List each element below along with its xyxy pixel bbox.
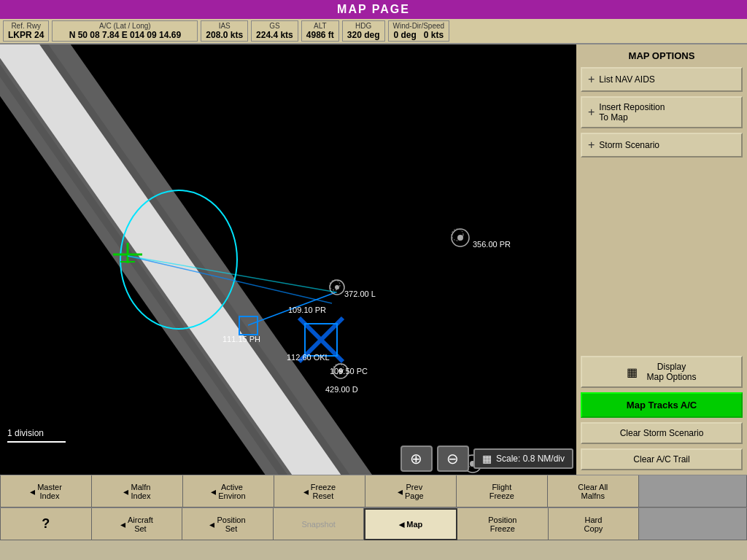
blank-area-1 — [639, 475, 747, 508]
storm-scenario-button[interactable]: + Storm Scenario — [581, 133, 743, 158]
bottom-row-1: ◂ Master Index ◂ Malfn Index ◂ Active En… — [0, 475, 747, 508]
map-canvas: 356.00 PR 372.00 L 109.10 PR 111.15 PH 1… — [0, 44, 576, 475]
malfn-index-btn[interactable]: ◂ Malfn Index — [92, 475, 183, 508]
clear-storm-scenario-button[interactable]: Clear Storm Scenario — [581, 422, 743, 444]
gs-label: GS — [269, 22, 279, 30]
list-nav-aids-button[interactable]: + List NAV AIDS — [581, 67, 743, 92]
alt-cell: ALT 4986 ft — [301, 20, 339, 42]
ref-rwy-cell: Ref. Rwy LKPR 24 — [3, 20, 49, 42]
wind-value: 0 deg 0 kts — [393, 30, 444, 40]
division-label: 1 division — [7, 428, 44, 438]
snapshot-btn: Snapshot — [274, 508, 365, 540]
arrow-icon-prev: ◂ — [398, 486, 403, 497]
svg-text:111.15 PH: 111.15 PH — [222, 335, 260, 343]
header-row: Ref. Rwy LKPR 24 A/C (Lat / Long) N 50 0… — [0, 19, 747, 44]
ias-cell: IAS 208.0 kts — [201, 20, 248, 42]
ac-pos-cell: A/C (Lat / Long) N 50 08 7.84 E 014 09 1… — [52, 20, 198, 42]
active-environ-btn[interactable]: ◂ Active Environ — [183, 475, 274, 508]
arrow-icon-map: ◂ — [399, 518, 404, 530]
prev-page-btn[interactable]: ◂ Prev Page — [365, 475, 457, 508]
grid-icon: ▦ — [627, 365, 638, 379]
title-bar: MAP PAGE — [0, 0, 747, 19]
display-map-options-button[interactable]: ▦ Display Map Options — [581, 356, 743, 388]
page-title: MAP PAGE — [337, 3, 410, 15]
map-tracks-button[interactable]: Map Tracks A/C — [581, 392, 743, 418]
panel-spacer — [581, 162, 743, 351]
arrow-icon-position: ◂ — [209, 518, 214, 530]
aircraft-set-btn[interactable]: ◂ Aircraft Set — [92, 508, 183, 540]
scale-display: ▦ Scale: 0.8 NM/div — [473, 448, 573, 469]
alt-value: 4986 ft — [306, 30, 334, 40]
svg-text:112.60 OKL: 112.60 OKL — [287, 353, 330, 362]
position-freeze-btn[interactable]: Position Freeze — [457, 508, 549, 540]
help-btn[interactable]: ? — [0, 508, 92, 540]
hdg-cell: HDG 320 deg — [342, 20, 385, 42]
arrow-icon-master: ◂ — [30, 486, 35, 497]
blank-area-2 — [639, 508, 747, 540]
zoom-out-button[interactable]: ⊖ — [437, 446, 469, 472]
flight-freeze-btn[interactable]: Flight Freeze — [457, 475, 548, 508]
ias-value: 208.0 kts — [206, 30, 243, 40]
gs-value: 224.4 kts — [256, 30, 293, 40]
bottom-buttons: ◂ Master Index ◂ Malfn Index ◂ Active En… — [0, 475, 747, 540]
ref-rwy-value: LKPR 24 — [8, 30, 44, 40]
right-panel: MAP OPTIONS + List NAV AIDS + Insert Rep… — [576, 44, 747, 475]
arrow-icon-malfn: ◂ — [123, 486, 128, 497]
zoom-in-button[interactable]: ⊕ — [400, 446, 433, 472]
clear-all-malfns-btn[interactable]: Clear All Malfns — [548, 475, 639, 508]
wind-label: Wind-Dir/Speed — [393, 22, 445, 30]
plus-icon-nav: + — [588, 73, 595, 86]
wind-cell: Wind-Dir/Speed 0 deg 0 kts — [388, 20, 450, 42]
svg-text:429.00 D: 429.00 D — [325, 385, 358, 394]
hard-copy-btn[interactable]: Hard Copy — [549, 508, 640, 540]
plus-icon-reposition: + — [588, 106, 595, 119]
svg-text:372.00 L: 372.00 L — [344, 289, 376, 298]
gs-cell: GS 224.4 kts — [251, 20, 298, 42]
arrow-icon-aircraft: ◂ — [120, 518, 125, 530]
insert-reposition-button[interactable]: + Insert Reposition To Map — [581, 96, 743, 128]
ref-rwy-label: Ref. Rwy — [11, 22, 41, 30]
bottom-row-2: ? ◂ Aircraft Set ◂ Position Set Snapshot… — [0, 508, 747, 540]
master-index-btn[interactable]: ◂ Master Index — [0, 475, 92, 508]
freeze-reset-btn[interactable]: ◂ Freeze Reset — [274, 475, 365, 508]
arrow-icon-freeze: ◂ — [303, 486, 309, 497]
main-area: 356.00 PR 372.00 L 109.10 PR 111.15 PH 1… — [0, 44, 747, 475]
hdg-value: 320 deg — [347, 30, 380, 40]
svg-text:109.50 PC: 109.50 PC — [330, 367, 368, 376]
clear-ac-trail-button[interactable]: Clear A/C Trail — [581, 448, 743, 470]
ac-pos-label: A/C (Lat / Long) — [99, 22, 151, 30]
plus-icon-storm: + — [588, 139, 595, 152]
map-btn[interactable]: ◂ Map — [364, 508, 457, 540]
svg-text:356.00 PR: 356.00 PR — [473, 240, 511, 249]
map-bottom-bar: ⊕ ⊖ ▦ Scale: 0.8 NM/div — [0, 443, 576, 475]
svg-text:109.10 PR: 109.10 PR — [288, 306, 326, 314]
map-options-title: MAP OPTIONS — [581, 49, 743, 63]
ac-pos-value: N 50 08 7.84 E 014 09 14.69 — [69, 30, 181, 40]
ias-label: IAS — [219, 22, 231, 30]
arrow-icon-active: ◂ — [211, 486, 216, 497]
map-container[interactable]: 356.00 PR 372.00 L 109.10 PR 111.15 PH 1… — [0, 44, 576, 475]
hdg-label: HDG — [355, 22, 371, 30]
position-set-btn[interactable]: ◂ Position Set — [182, 508, 274, 540]
alt-label: ALT — [314, 22, 327, 30]
